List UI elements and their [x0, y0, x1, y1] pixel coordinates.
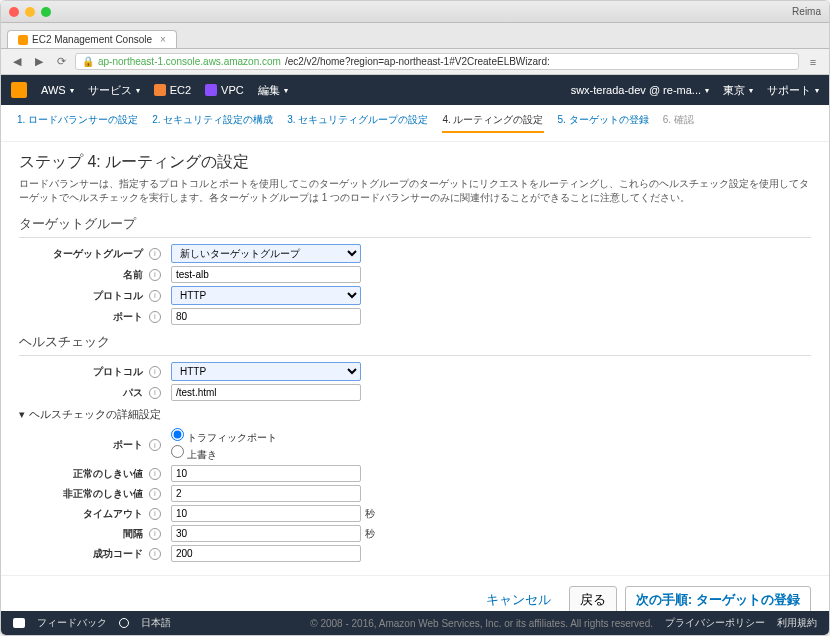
- wizard-steps: 1. ロードバランサーの設定 2. セキュリティ設定の構成 3. セキュリティグ…: [1, 105, 829, 142]
- path-label: パス: [19, 386, 149, 400]
- timeout-input[interactable]: [171, 505, 361, 522]
- unhealthy-label: 非正常のしきい値: [19, 487, 149, 501]
- tab-bar: EC2 Management Console ×: [1, 23, 829, 49]
- page-description: ロードバランサーは、指定するプロトコルとポートを使用してこのターゲットグループの…: [19, 177, 811, 205]
- titlebar: Reima: [1, 1, 829, 23]
- info-icon[interactable]: i: [149, 248, 161, 260]
- target-group-select[interactable]: 新しいターゲットグループ: [171, 244, 361, 263]
- maximize-window-icon[interactable]: [41, 7, 51, 17]
- cancel-button[interactable]: キャンセル: [476, 586, 561, 611]
- hc-port-radio-group: トラフィックポート 上書き: [171, 428, 277, 462]
- os-user-label: Reima: [792, 6, 821, 17]
- aws-top-nav: AWS▾ サービス▾ EC2 VPC 編集▾ swx-terada-dev @ …: [1, 75, 829, 105]
- page-body: ステップ 4: ルーティングの設定 ロードバランサーは、指定するプロトコルとポー…: [1, 142, 829, 575]
- section-health-check: ヘルスチェック: [19, 333, 811, 356]
- browser-tab[interactable]: EC2 Management Console ×: [7, 30, 177, 48]
- tab-title: EC2 Management Console: [32, 34, 152, 45]
- nav-vpc[interactable]: VPC: [205, 84, 244, 96]
- name-label: 名前: [19, 268, 149, 282]
- globe-icon: [119, 618, 129, 628]
- nav-account[interactable]: swx-terada-dev @ re-ma...▾: [571, 83, 709, 98]
- wizard-actions: キャンセル 戻る 次の手順: ターゲットの登録: [1, 575, 829, 611]
- vpc-icon: [205, 84, 217, 96]
- protocol-label: プロトコル: [19, 289, 149, 303]
- interval-label: 間隔: [19, 527, 149, 541]
- timeout-label: タイムアウト: [19, 507, 149, 521]
- close-window-icon[interactable]: [9, 7, 19, 17]
- menu-button-icon[interactable]: ≡: [805, 54, 821, 70]
- url-path: /ec2/v2/home?region=ap-northeast-1#V2Cre…: [285, 56, 550, 67]
- copyright: © 2008 - 2016, Amazon Web Services, Inc.…: [310, 618, 653, 629]
- ec2-icon: [154, 84, 166, 96]
- info-icon[interactable]: i: [149, 269, 161, 281]
- step-3[interactable]: 3. セキュリティグループの設定: [287, 113, 428, 133]
- advanced-toggle[interactable]: ▾ヘルスチェックの詳細設定: [19, 407, 811, 422]
- feedback-link[interactable]: フィードバック: [37, 616, 107, 630]
- unhealthy-input[interactable]: [171, 485, 361, 502]
- success-label: 成功コード: [19, 547, 149, 561]
- step-6: 6. 確認: [663, 113, 694, 133]
- target-group-label: ターゲットグループ: [19, 247, 149, 261]
- name-input[interactable]: [171, 266, 361, 283]
- info-icon[interactable]: i: [149, 290, 161, 302]
- info-icon[interactable]: i: [149, 387, 161, 399]
- interval-input[interactable]: [171, 525, 361, 542]
- step-5[interactable]: 5. ターゲットの登録: [558, 113, 649, 133]
- browser-window: Reima EC2 Management Console × ◀ ▶ ⟳ 🔒 a…: [0, 0, 830, 636]
- privacy-link[interactable]: プライバシーポリシー: [665, 616, 765, 630]
- info-icon[interactable]: i: [149, 439, 161, 451]
- protocol-select[interactable]: HTTP: [171, 286, 361, 305]
- next-button[interactable]: 次の手順: ターゲットの登録: [625, 586, 811, 611]
- terms-link[interactable]: 利用規約: [777, 616, 817, 630]
- url-field[interactable]: 🔒 ap-northeast-1.console.aws.amazon.com …: [75, 53, 799, 70]
- radio-override[interactable]: 上書き: [171, 445, 277, 462]
- content-area: 1. ロードバランサーの設定 2. セキュリティ設定の構成 3. セキュリティグ…: [1, 105, 829, 611]
- nav-support[interactable]: サポート▾: [767, 83, 819, 98]
- healthy-input[interactable]: [171, 465, 361, 482]
- page-title: ステップ 4: ルーティングの設定: [19, 152, 811, 173]
- chevron-down-icon: ▾: [19, 408, 25, 421]
- back-button-icon[interactable]: ◀: [9, 54, 25, 70]
- info-icon[interactable]: i: [149, 528, 161, 540]
- nav-ec2[interactable]: EC2: [154, 84, 191, 96]
- hc-protocol-select[interactable]: HTTP: [171, 362, 361, 381]
- nav-aws[interactable]: AWS▾: [41, 84, 74, 96]
- forward-button-icon[interactable]: ▶: [31, 54, 47, 70]
- info-icon[interactable]: i: [149, 366, 161, 378]
- info-icon[interactable]: i: [149, 311, 161, 323]
- healthy-label: 正常のしきい値: [19, 467, 149, 481]
- reload-button-icon[interactable]: ⟳: [53, 54, 69, 70]
- aws-logo-icon[interactable]: [11, 82, 27, 98]
- info-icon[interactable]: i: [149, 488, 161, 500]
- lock-icon: 🔒: [82, 56, 94, 67]
- step-4[interactable]: 4. ルーティングの設定: [442, 113, 543, 133]
- minimize-window-icon[interactable]: [25, 7, 35, 17]
- close-tab-icon[interactable]: ×: [160, 34, 166, 45]
- nav-services[interactable]: サービス▾: [88, 83, 140, 98]
- info-icon[interactable]: i: [149, 508, 161, 520]
- info-icon[interactable]: i: [149, 548, 161, 560]
- radio-traffic-port[interactable]: トラフィックポート: [171, 428, 277, 445]
- feedback-icon: [13, 618, 25, 628]
- path-input[interactable]: [171, 384, 361, 401]
- nav-edit[interactable]: 編集▾: [258, 83, 288, 98]
- address-bar: ◀ ▶ ⟳ 🔒 ap-northeast-1.console.aws.amazo…: [1, 49, 829, 75]
- port-label: ポート: [19, 310, 149, 324]
- step-1[interactable]: 1. ロードバランサーの設定: [17, 113, 138, 133]
- step-2[interactable]: 2. セキュリティ設定の構成: [152, 113, 273, 133]
- aws-footer: フィードバック 日本語 © 2008 - 2016, Amazon Web Se…: [1, 611, 829, 635]
- language-selector[interactable]: 日本語: [141, 616, 171, 630]
- section-target-group: ターゲットグループ: [19, 215, 811, 238]
- port-input[interactable]: [171, 308, 361, 325]
- info-icon[interactable]: i: [149, 468, 161, 480]
- url-domain: ap-northeast-1.console.aws.amazon.com: [98, 56, 281, 67]
- success-input[interactable]: [171, 545, 361, 562]
- hc-port-label: ポート: [19, 438, 149, 452]
- nav-region[interactable]: 東京▾: [723, 83, 753, 98]
- aws-favicon-icon: [18, 35, 28, 45]
- back-button[interactable]: 戻る: [569, 586, 617, 611]
- hc-protocol-label: プロトコル: [19, 365, 149, 379]
